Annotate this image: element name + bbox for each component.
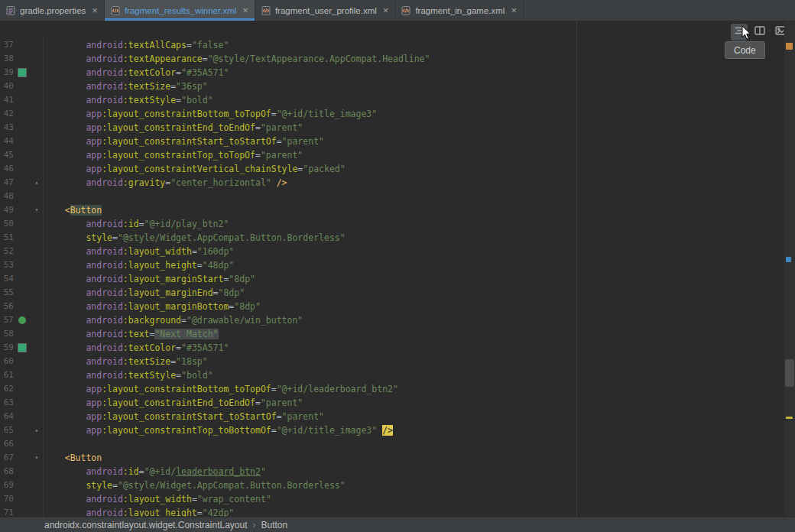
line-number[interactable]: 41 <box>0 93 14 107</box>
code-line: 51 style="@style/Widget.AppCompat.Button… <box>0 231 784 245</box>
line-number[interactable]: 47 <box>0 176 14 190</box>
color-swatch-icon[interactable] <box>14 341 31 355</box>
line-number[interactable]: 42 <box>0 107 14 121</box>
line-number[interactable]: 51 <box>0 231 14 245</box>
gutter-icon-slot <box>14 355 31 368</box>
tab-label: fragment_results_winner.xml <box>125 6 236 15</box>
line-number[interactable]: 59 <box>0 341 14 355</box>
fold-marker-icon[interactable]: ▾ <box>31 203 43 217</box>
color-swatch <box>18 69 26 76</box>
code-line: 62 app:layout_constraintBottom_toTopOf="… <box>0 382 784 396</box>
code-token: :layout_constraintEnd_toEndOf <box>102 122 255 133</box>
code-token: android <box>86 274 122 284</box>
close-tab-icon[interactable]: × <box>92 5 98 15</box>
line-number[interactable]: 53 <box>0 258 14 272</box>
line-number[interactable]: 43 <box>0 121 14 135</box>
fold-slot <box>31 327 43 341</box>
line-number[interactable]: 39 <box>0 66 14 79</box>
line-number[interactable]: 66 <box>0 437 14 451</box>
code-token: < <box>65 205 70 216</box>
split-view-button[interactable] <box>751 24 768 41</box>
line-number[interactable]: 52 <box>0 245 14 258</box>
gutter-icon-slot <box>14 38 31 52</box>
stripe-mark[interactable] <box>786 417 793 419</box>
fold-marker-icon[interactable]: ▾ <box>31 451 43 465</box>
line-number[interactable]: 46 <box>0 162 14 176</box>
breadcrumb-item[interactable]: Button <box>261 520 288 530</box>
drawable-preview-icon[interactable] <box>14 313 31 327</box>
editor-tab[interactable]: fragment_in_game.xml× <box>395 0 524 21</box>
close-tab-icon[interactable]: × <box>383 5 389 15</box>
fold-marker-icon[interactable]: ▴ <box>31 423 43 437</box>
line-number[interactable]: 37 <box>0 38 14 52</box>
code-token: "parent" <box>282 136 324 147</box>
gutter-icon-slot <box>14 190 31 203</box>
gutter-icon-slot <box>14 135 31 148</box>
stripe-mark[interactable] <box>786 43 793 50</box>
line-number[interactable]: 62 <box>0 382 14 396</box>
code-token: android <box>86 260 122 271</box>
fold-slot <box>31 190 43 203</box>
line-number[interactable]: 63 <box>0 396 14 410</box>
close-tab-icon[interactable]: × <box>242 5 248 15</box>
code-line: 68 android:id="@+id/leaderboard_btn2" <box>0 465 784 478</box>
fold-slot <box>31 341 43 355</box>
line-number[interactable]: 67 <box>0 451 14 465</box>
line-number[interactable]: 57 <box>0 313 14 327</box>
error-stripe[interactable] <box>784 21 795 517</box>
editor-tab[interactable]: gradle.properties× <box>0 0 105 21</box>
code-token: android <box>86 81 122 92</box>
code-token: :textSize <box>123 81 170 92</box>
code-token: android <box>86 177 122 188</box>
code-token: :textColor <box>123 67 176 78</box>
line-number[interactable]: 38 <box>0 52 14 66</box>
editor-tab[interactable]: fragment_results_winner.xml× <box>105 0 255 21</box>
breadcrumb-item[interactable]: androidx.constraintlayout.widget.Constra… <box>44 520 248 530</box>
fold-slot <box>31 79 43 93</box>
line-number[interactable]: 56 <box>0 300 14 313</box>
line-number[interactable]: 60 <box>0 355 14 368</box>
fold-slot <box>31 148 43 162</box>
code-token: "packed" <box>303 164 345 174</box>
breadcrumb-separator-icon: › <box>253 520 256 530</box>
line-number[interactable]: 44 <box>0 135 14 148</box>
fold-marker-icon[interactable]: ▴ <box>31 176 43 190</box>
code-token: android <box>86 356 122 367</box>
line-number[interactable]: 69 <box>0 478 14 492</box>
gutter-icon-slot <box>14 368 31 382</box>
line-number[interactable]: 54 <box>0 272 14 286</box>
line-number[interactable]: 40 <box>0 79 14 93</box>
code-line: 58 android:text="Next Match" <box>0 327 784 341</box>
code-token: app <box>86 397 102 408</box>
line-number[interactable]: 55 <box>0 286 14 300</box>
line-number[interactable]: 65 <box>0 423 14 437</box>
close-tab-icon[interactable]: × <box>511 5 517 15</box>
line-number[interactable]: 50 <box>0 217 14 231</box>
line-number[interactable]: 49 <box>0 203 14 217</box>
fold-slot <box>31 410 43 423</box>
editor-tab[interactable]: fragment_user_profile.xml× <box>255 0 396 21</box>
line-number[interactable]: 45 <box>0 148 14 162</box>
gutter-icon-slot <box>14 272 31 286</box>
code-token <box>271 177 277 188</box>
color-swatch-icon[interactable] <box>14 66 31 79</box>
scrollbar-thumb[interactable] <box>785 359 794 387</box>
code-token: :layout_constraintBottom_toTopOf <box>102 109 271 119</box>
code-lines[interactable]: 37 android:textAllCaps="false"38 android… <box>0 38 784 517</box>
line-number[interactable]: 64 <box>0 410 14 423</box>
line-number[interactable]: 58 <box>0 327 14 341</box>
stripe-mark[interactable] <box>786 257 791 262</box>
code-line: 54 android:layout_marginStart="8dp" <box>0 272 784 286</box>
line-number[interactable]: 61 <box>0 368 14 382</box>
fold-slot <box>31 313 43 327</box>
line-number[interactable]: 48 <box>0 190 14 203</box>
code-token: = <box>112 480 118 491</box>
code-token: "160dp" <box>197 246 234 257</box>
line-number[interactable]: 71 <box>0 506 14 517</box>
fold-slot <box>31 217 43 231</box>
code-token: style <box>86 480 112 491</box>
code-token: app <box>86 411 102 422</box>
code-token: "@+id/play_btn2" <box>144 219 229 229</box>
line-number[interactable]: 70 <box>0 492 14 506</box>
line-number[interactable]: 68 <box>0 465 14 478</box>
